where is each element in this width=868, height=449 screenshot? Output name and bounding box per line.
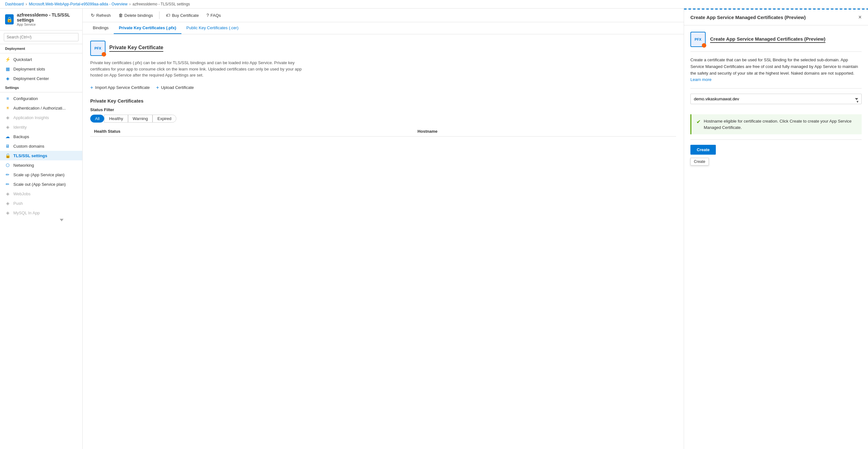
filter-expired[interactable]: Expired (153, 115, 176, 123)
filter-warning[interactable]: Warning (128, 115, 153, 123)
search-input[interactable] (4, 33, 79, 41)
right-panel: Create App Service Managed Certificates … (684, 8, 868, 449)
sidebar-item-push: ◈ Push (0, 198, 82, 208)
filter-section: Status Filter All Healthy Warning Expire… (90, 107, 676, 123)
sidebar-item-label: Deployment slots (13, 67, 45, 71)
sidebar-item-label: Application Insights (13, 115, 49, 120)
domain-select[interactable]: demo.vikaskumawat.dev (690, 94, 862, 104)
sidebar-item-networking[interactable]: ⬡ Networking (0, 160, 82, 170)
cert-table: Health Status Hostname (90, 126, 676, 136)
panel-pfx-badge (702, 43, 706, 47)
sidebar-item-label: Backups (13, 134, 29, 139)
sidebar-item-label: Identity (13, 125, 27, 130)
faqs-icon: ? (207, 13, 209, 18)
toolbar-separator (159, 11, 159, 19)
sidebar-app-name: azfreessldemo - TLS/SSL settings (17, 12, 77, 23)
panel-title: Create App Service Managed Certificates … (690, 14, 806, 20)
push-icon: ◈ (5, 201, 10, 206)
identity-icon: ◈ (5, 125, 10, 130)
sidebar-item-tls-ssl[interactable]: 🔒 TLS/SSL settings (0, 151, 82, 160)
success-box: ✔ Hostname eligible for certificate crea… (690, 114, 862, 134)
filter-label: Status Filter (90, 107, 676, 112)
panel-section-header: PFX Create App Service Managed Certifica… (690, 32, 862, 52)
plus-icon-2: + (156, 85, 159, 91)
success-icon: ✔ (696, 119, 701, 125)
breadcrumb-overview[interactable]: Microsoft.Web-WebApp-Portal-e95099aa-a8d… (29, 2, 127, 6)
filter-all[interactable]: All (90, 115, 104, 123)
create-button[interactable]: Create (690, 145, 716, 155)
plus-icon: + (90, 85, 93, 91)
success-text: Hostname eligible for certificate creati… (704, 118, 857, 130)
scroll-indicator (0, 218, 82, 223)
section-title: Private Key Certificate (109, 45, 163, 52)
panel-section-title: Create App Service Managed Certificates … (710, 36, 826, 43)
panel-body: PFX Create App Service Managed Certifica… (684, 25, 868, 161)
learn-more-link[interactable]: Learn more (690, 77, 711, 82)
dropdown-wrapper: demo.vikaskumawat.dev ▾ (690, 94, 862, 109)
tab-public-key[interactable]: Public Key Certificates (.cer) (181, 22, 244, 34)
panel-close-button[interactable]: × (858, 14, 862, 21)
sidebar-section-settings: Settings (0, 83, 82, 91)
sidebar-item-label: Push (13, 201, 23, 206)
sidebar-item-scale-out[interactable]: ✏ Scale out (App Service plan) (0, 180, 82, 189)
sidebar-item-scale-up[interactable]: ✏ Scale up (App Service plan) (0, 170, 82, 180)
auth-icon: ☀ (5, 105, 10, 110)
sidebar-section-deployment: Deployment (0, 44, 82, 52)
sidebar-item-auth[interactable]: ☀ Authentication / Authorizati... (0, 103, 82, 113)
sidebar-item-webjobs: ◈ WebJobs (0, 189, 82, 198)
sidebar-item-deployment-center[interactable]: ◈ Deployment Center (0, 74, 82, 83)
sidebar-item-deployment-slots[interactable]: ▦ Deployment slots (0, 64, 82, 74)
delete-bindings-button[interactable]: 🗑 Delete bindings (115, 11, 156, 20)
networking-icon: ⬡ (5, 163, 10, 168)
sidebar-item-label: Configuration (13, 96, 38, 101)
panel-header: Create App Service Managed Certificates … (684, 9, 868, 25)
create-tooltip: Create (690, 158, 709, 165)
refresh-icon: ↻ (91, 13, 95, 18)
buy-certificate-button[interactable]: 🏷 Buy Certificate (163, 11, 202, 20)
sidebar-item-configuration[interactable]: ≡ Configuration (0, 94, 82, 103)
panel-description: Create a certificate that can be used fo… (690, 57, 862, 83)
sidebar-app-subtitle: App Service (17, 23, 77, 26)
configuration-icon: ≡ (5, 96, 10, 101)
create-button-container: Create Create (690, 145, 716, 155)
sidebar-item-label: Networking (13, 163, 34, 168)
delete-icon: 🗑 (119, 13, 123, 18)
mysql-icon: ◈ (5, 210, 10, 215)
panel-divider-2 (690, 139, 862, 140)
filter-pills: All Healthy Warning Expired (90, 115, 676, 123)
sidebar-item-quickstart[interactable]: ⚡ Quickstart (0, 55, 82, 64)
pfx-badge (102, 52, 106, 57)
faqs-button[interactable]: ? FAQs (203, 11, 224, 20)
cert-list-title: Private Key Certificates (90, 98, 676, 103)
sidebar-item-app-insights: ◈ Application Insights (0, 113, 82, 122)
sidebar-item-label: Authentication / Authorizati... (13, 106, 66, 110)
sidebar-item-label: Custom domains (13, 144, 44, 149)
section-header: PFX Private Key Certificate (90, 41, 676, 56)
refresh-button[interactable]: ↻ Refresh (88, 11, 114, 20)
col-hostname: Hostname (414, 126, 676, 136)
section-description: Private key certificates (.pfx) can be u… (90, 60, 313, 78)
pfx-icon: PFX (90, 41, 105, 56)
shield-icon: 🔒 (5, 14, 14, 25)
filter-healthy[interactable]: Healthy (104, 115, 128, 123)
sidebar-item-mysql: ◈ MySQL In App (0, 208, 82, 218)
breadcrumb: Dashboard › Microsoft.Web-WebApp-Portal-… (0, 0, 868, 8)
breadcrumb-dashboard[interactable]: Dashboard (5, 2, 24, 6)
buy-cert-icon: 🏷 (166, 13, 170, 18)
deployment-center-icon: ◈ (5, 76, 10, 81)
quickstart-icon: ⚡ (5, 57, 10, 62)
sidebar-item-label: TLS/SSL settings (13, 153, 47, 158)
sidebar-item-backups[interactable]: ☁ Backups (0, 132, 82, 141)
tab-private-key[interactable]: Private Key Certificates (.pfx) (114, 22, 181, 34)
app-insights-icon: ◈ (5, 115, 10, 120)
sidebar-item-custom-domains[interactable]: 🖥 Custom domains (0, 141, 82, 151)
import-cert-link[interactable]: + Import App Service Certificate (90, 85, 150, 91)
scale-out-icon: ✏ (5, 182, 10, 187)
upload-cert-link[interactable]: + Upload Certificate (156, 85, 194, 91)
tab-bindings[interactable]: Bindings (88, 22, 114, 34)
actions-row: + Import App Service Certificate + Uploa… (90, 85, 676, 91)
sidebar-item-label: Scale out (App Service plan) (13, 182, 66, 187)
sidebar-item-label: WebJobs (13, 191, 31, 196)
sidebar-item-label: Scale up (App Service plan) (13, 172, 64, 177)
breadcrumb-current: azfreessldemo - TLS/SSL settings (132, 2, 190, 6)
